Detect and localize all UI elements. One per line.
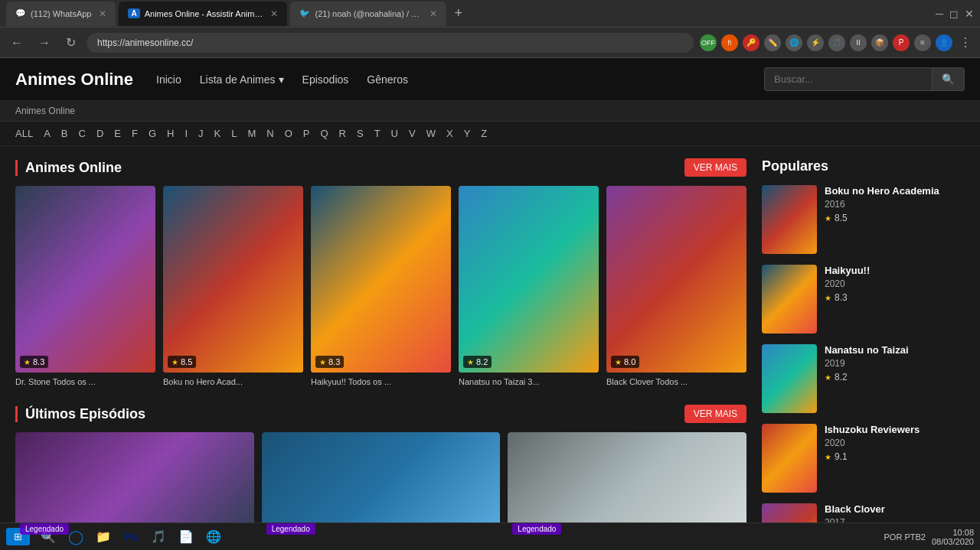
popular-item-side-haikyuu[interactable]: Haikyuu!! 2020 ★8.3 xyxy=(762,265,965,334)
rating-badge-haikyuu: ★ 8.3 xyxy=(315,356,344,368)
alpha-letter-W[interactable]: W xyxy=(426,128,436,139)
alpha-letter-Y[interactable]: Y xyxy=(464,128,471,139)
alpha-letter-T[interactable]: T xyxy=(374,128,381,139)
breadcrumb-home[interactable]: Animes Online xyxy=(15,106,75,116)
ext-icon-2[interactable]: f! xyxy=(721,34,738,51)
popular-year-side-ishuzoku: 2020 xyxy=(825,438,965,448)
back-button[interactable]: ← xyxy=(6,33,28,53)
alpha-letter-C[interactable]: C xyxy=(78,128,85,139)
ext-icon-4[interactable]: ✏️ xyxy=(764,34,781,51)
episodios-ver-mais-button[interactable]: VER MAIS xyxy=(684,405,746,423)
alpha-letter-X[interactable]: X xyxy=(446,128,453,139)
taskbar-lang: POR PTB2 xyxy=(884,532,926,542)
anime-card-nanatsu[interactable]: ★ 8.2 Nanatsu no Taizai 3... xyxy=(459,186,599,386)
nav-episodios[interactable]: Episodios xyxy=(302,73,349,86)
ext-icon-9[interactable]: 📦 xyxy=(871,34,888,51)
minimize-button[interactable]: ─ xyxy=(936,8,943,20)
alpha-letter-H[interactable]: H xyxy=(167,128,174,139)
address-bar[interactable] xyxy=(87,33,694,53)
alpha-letter-I[interactable]: I xyxy=(185,128,188,139)
anime-thumb-bg-nanatsu xyxy=(459,186,599,373)
anime-card-dr-stone[interactable]: ★ 8.3 Dr. Stone Todos os ... xyxy=(15,186,155,386)
alpha-letter-A[interactable]: A xyxy=(44,128,51,139)
taskbar-fileexplorer-icon[interactable]: 📁 xyxy=(91,525,116,549)
anime-title-haikyuu: Haikyuu!! Todos os ... xyxy=(311,377,451,386)
site-logo[interactable]: Animes Online xyxy=(15,70,133,89)
ext-icon-6[interactable]: ⚡ xyxy=(807,34,824,51)
popular-item-side-nanatsu[interactable]: Nanatsu no Taizai 2019 ★8.2 xyxy=(762,344,965,413)
ext-icon-1[interactable]: OFF xyxy=(700,34,717,51)
anime-thumb-haikyuu: ★ 8.3 xyxy=(311,186,451,373)
close-window-button[interactable]: ✕ xyxy=(965,8,974,20)
restore-button[interactable]: ◻ xyxy=(949,8,959,20)
alpha-letter-P[interactable]: P xyxy=(303,128,310,139)
rating-value-mha: 8.5 xyxy=(181,357,192,366)
taskbar-chrome-icon[interactable]: 🌐 xyxy=(201,525,226,549)
anime-title-mha: Boku no Hero Acad... xyxy=(163,377,303,386)
search-input[interactable] xyxy=(764,67,933,91)
popular-item-side-mha[interactable]: Boku no Hero Academia 2016 ★8.5 xyxy=(762,185,965,254)
menu-button[interactable]: ⋮ xyxy=(957,34,974,51)
anime-title-black-clover: Black Clover Todos ... xyxy=(606,377,746,386)
alpha-letter-Q[interactable]: Q xyxy=(320,128,328,139)
alpha-letter-ALL[interactable]: ALL xyxy=(15,128,33,139)
forward-button[interactable]: → xyxy=(34,33,55,53)
alpha-letter-B[interactable]: B xyxy=(61,128,68,139)
alpha-letter-J[interactable]: J xyxy=(198,128,204,139)
rating-value-black-clover: 8.0 xyxy=(624,357,635,366)
ext-icon-avatar[interactable]: 👤 xyxy=(936,34,952,51)
anime-card-mha[interactable]: ★ 8.5 Boku no Hero Acad... xyxy=(163,186,303,386)
popular-year-side-haikyuu: 2020 xyxy=(825,278,965,289)
extensions-area: OFF f! 🔑 ✏️ 🌐 ⚡ 🎵 ⏸ 📦 P ≡ 👤 ⋮ xyxy=(700,34,974,51)
taskbar-clock: 10:08 08/03/2020 xyxy=(932,528,974,546)
anime-card-black-clover[interactable]: ★ 8.0 Black Clover Todos ... xyxy=(606,186,746,386)
alpha-letter-Z[interactable]: Z xyxy=(481,128,487,139)
taskbar-spotify-icon[interactable]: 🎵 xyxy=(146,525,171,549)
site-header: Animes Online Inicio Lista de Animes ▾ E… xyxy=(0,58,980,100)
alpha-letter-F[interactable]: F xyxy=(132,128,138,139)
taskbar-photoshop-icon[interactable]: Ps xyxy=(119,525,143,549)
nav-inicio[interactable]: Inicio xyxy=(156,73,181,86)
alpha-letter-K[interactable]: K xyxy=(214,128,221,139)
close-whatsapp-tab[interactable]: ✕ xyxy=(99,8,106,19)
popular-item-side-ishuzoku[interactable]: Ishuzoku Reviewers 2020 ★9.1 xyxy=(762,424,965,493)
tab-twitter[interactable]: 🐦 (21) noah (@noahalina) / Twitter ✕ xyxy=(290,2,446,26)
star-icon-dr-stone: ★ xyxy=(24,358,31,366)
rating-badge-nanatsu: ★ 8.2 xyxy=(463,356,492,368)
ext-icon-10[interactable]: ≡ xyxy=(914,34,931,51)
ext-icon-8[interactable]: ⏸ xyxy=(850,34,867,51)
alpha-letter-G[interactable]: G xyxy=(149,128,156,139)
popular-info-side-ishuzoku: Ishuzoku Reviewers 2020 ★9.1 xyxy=(825,424,965,462)
window-controls: ─ ◻ ✕ xyxy=(936,8,974,20)
search-button[interactable]: 🔍 xyxy=(933,67,965,91)
alpha-letter-E[interactable]: E xyxy=(114,128,121,139)
tab-animes[interactable]: A Animes Online - Assistir Animes... ✕ xyxy=(119,2,287,26)
ext-icon-5[interactable]: 🌐 xyxy=(786,34,802,51)
anime-thumb-bg-dr-stone xyxy=(15,186,155,373)
tab-whatsapp[interactable]: 💬 (112) WhatsApp ✕ xyxy=(6,2,116,26)
alpha-letter-O[interactable]: O xyxy=(285,128,292,139)
close-twitter-tab[interactable]: ✕ xyxy=(430,8,437,19)
ext-icon-7[interactable]: 🎵 xyxy=(828,34,845,51)
taskbar-files-icon[interactable]: 📄 xyxy=(174,525,198,549)
nav-lista[interactable]: Lista de Animes ▾ xyxy=(200,73,284,86)
alpha-letter-L[interactable]: L xyxy=(231,128,237,139)
anime-card-haikyuu[interactable]: ★ 8.3 Haikyuu!! Todos os ... xyxy=(311,186,451,386)
popular-thumb-side-ishuzoku xyxy=(762,424,817,493)
alpha-letter-N[interactable]: N xyxy=(266,128,273,139)
new-tab-button[interactable]: + xyxy=(449,5,467,21)
nav-generos[interactable]: Gêneros xyxy=(367,73,408,86)
alpha-letter-D[interactable]: D xyxy=(96,128,103,139)
alpha-letter-V[interactable]: V xyxy=(409,128,416,139)
animes-ver-mais-button[interactable]: VER MAIS xyxy=(684,158,746,177)
alpha-letter-R[interactable]: R xyxy=(339,128,346,139)
alpha-letter-M[interactable]: M xyxy=(247,128,256,139)
close-animes-tab[interactable]: ✕ xyxy=(270,8,278,19)
animes-online-section: Animes Online VER MAIS ★ 8.3 Dr. Stone T… xyxy=(15,158,746,386)
alpha-letter-U[interactable]: U xyxy=(391,128,398,139)
anime-thumb-dr-stone: ★ 8.3 xyxy=(15,186,155,373)
alpha-letter-S[interactable]: S xyxy=(357,128,364,139)
ext-icon-pinterest[interactable]: P xyxy=(893,34,910,51)
ext-icon-3[interactable]: 🔑 xyxy=(743,34,760,51)
refresh-button[interactable]: ↻ xyxy=(61,32,80,53)
